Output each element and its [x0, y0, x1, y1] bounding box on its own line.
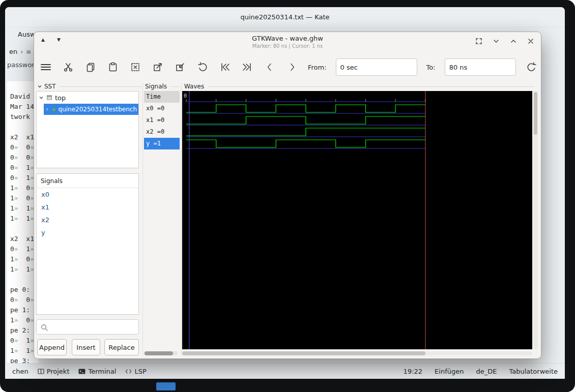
signal-row-y[interactable]: y =1: [144, 138, 180, 149]
statusbar-projekt-toggle[interactable]: Projekt: [38, 368, 70, 375]
cut-icon: [63, 62, 74, 73]
signals-hscrollbar[interactable]: [144, 351, 178, 355]
signal-row-x0[interactable]: x0 =0: [144, 103, 180, 114]
zoom-fit-icon: [130, 62, 141, 73]
close-icon: [526, 37, 535, 46]
wave-canvas[interactable]: 0: [182, 91, 532, 349]
scrollbar-thumb[interactable]: [145, 351, 173, 355]
paste-icon: [107, 62, 119, 73]
statusbar-lsp-label: LSP: [134, 368, 146, 375]
zoom-out-button[interactable]: [174, 59, 187, 75]
tree-item-testbench[interactable]: quine20250314testbench: [44, 104, 138, 115]
wave-svg[interactable]: 0: [182, 91, 532, 349]
frame-button[interactable]: [473, 35, 485, 47]
reload-button[interactable]: [525, 59, 538, 75]
next-edge-button[interactable]: [285, 59, 299, 75]
chevron-up-icon: [509, 37, 518, 46]
sst-signals-header: Signals: [37, 174, 138, 188]
statusbar-clock: 19:22: [404, 368, 422, 375]
undo-icon: [197, 62, 208, 73]
gtkwave-title: GTKWave - wave.ghw: [34, 35, 541, 42]
scroll-up-button[interactable]: ▲: [41, 37, 45, 42]
kate-statusbar: chen Projekt Terminal LSP 19:22 Einfügen…: [5, 363, 565, 379]
zoom-in-button[interactable]: [151, 59, 164, 75]
expander-right-icon: [45, 107, 49, 112]
code-icon: [125, 368, 132, 375]
chevron-down-icon: [492, 37, 501, 46]
kate-sidebar-item[interactable]: passwor: [7, 61, 35, 69]
statusbar-lsp-toggle[interactable]: LSP: [125, 368, 146, 375]
waves-vscrollbar[interactable]: [533, 91, 538, 349]
statusbar-tabwidth[interactable]: Tabulatorweite: [509, 368, 558, 375]
statusbar-terminal-toggle[interactable]: Terminal: [78, 368, 116, 375]
statusbar-input-mode[interactable]: Einfügen: [435, 368, 464, 375]
kate-menu-item[interactable]: Ausw: [18, 31, 36, 38]
paste-button[interactable]: [106, 59, 120, 75]
gtkwave-toolbar: From: To:: [34, 54, 541, 80]
kate-title: quine20250314.txt — Kate: [240, 13, 329, 21]
sst-search: [36, 319, 139, 335]
sst-frame-header[interactable]: SST: [37, 83, 142, 90]
undo-button[interactable]: [196, 59, 209, 75]
marker-cursor-status: Marker: 80 ns | Cursor: 1 ns: [34, 43, 541, 49]
signals-frame-header: Signals: [145, 83, 180, 90]
tree-item-top[interactable]: top: [37, 92, 138, 104]
sst-signals-box: Signals x0x1x2y: [36, 173, 139, 315]
taskbar-item[interactable]: [156, 382, 176, 390]
svg-text:0: 0: [184, 93, 187, 99]
jump-start-button[interactable]: [218, 59, 232, 75]
jump-end-icon: [242, 62, 253, 73]
paned-handle[interactable]: [181, 83, 182, 355]
waves-hscrollbar[interactable]: [182, 351, 532, 355]
copy-button[interactable]: [84, 59, 97, 75]
signals-label: Signals: [145, 83, 167, 90]
gtkwave-titlebar: GTKWave - wave.ghw Marker: 80 ns | Curso…: [34, 35, 541, 49]
shade-down-button[interactable]: [490, 35, 502, 47]
scrollbar-thumb[interactable]: [182, 351, 425, 355]
expander-down-icon: [39, 95, 44, 100]
waves-label: Waves: [184, 83, 204, 90]
kate-titlebar[interactable]: quine20250314.txt — Kate: [5, 7, 565, 27]
signal-name-rows: Timex0 =0x1 =0x2 =0y =1: [144, 91, 180, 149]
statusbar-search-toggle[interactable]: chen: [12, 368, 28, 375]
sst-tree: top quine20250314testbench: [36, 91, 139, 168]
globe-icon: [51, 106, 56, 113]
sst-signal-x0[interactable]: x0: [37, 188, 138, 201]
signal-row-x1[interactable]: x1 =0: [144, 114, 180, 126]
project-icon: [38, 368, 44, 375]
jump-end-button[interactable]: [241, 59, 254, 75]
scroll-down-button[interactable]: ▼: [57, 37, 61, 42]
sst-signal-y[interactable]: y: [37, 226, 138, 239]
reload-icon: [526, 62, 537, 73]
search-icon: [40, 323, 48, 331]
menu-icon: [40, 62, 52, 73]
menu-button[interactable]: [39, 59, 52, 75]
append-button[interactable]: Append: [37, 339, 67, 355]
to-field[interactable]: [445, 58, 516, 76]
insert-button[interactable]: Insert: [72, 339, 100, 355]
sidebar-text-fragment: en: [9, 48, 17, 55]
prev-edge-button[interactable]: [263, 59, 276, 75]
replace-button[interactable]: Replace: [104, 339, 139, 355]
waves-frame-header: Waves: [184, 83, 534, 90]
gtkwave-window: ▲ ▼ GTKWave - wave.ghw Marker: 80 ns | C…: [34, 32, 541, 359]
frame-icon: [474, 37, 483, 46]
sst-label: SST: [44, 83, 56, 90]
signal-row-time[interactable]: Time: [144, 91, 180, 103]
shade-up-button[interactable]: [507, 35, 520, 47]
chevron-left-icon: [264, 62, 275, 73]
cut-button[interactable]: [62, 59, 75, 75]
sst-signal-x1[interactable]: x1: [37, 201, 138, 214]
statusbar-locale[interactable]: de_DE: [476, 368, 497, 375]
close-button[interactable]: [525, 35, 537, 47]
to-label: To:: [426, 64, 436, 71]
from-field[interactable]: [336, 58, 417, 76]
signal-row-x2[interactable]: x2 =0: [144, 126, 180, 138]
zoom-out-icon: [175, 62, 186, 73]
zoom-fit-button[interactable]: [129, 59, 142, 75]
terminal-icon: [78, 368, 85, 375]
scrollbar-thumb[interactable]: [534, 92, 537, 135]
sst-search-input[interactable]: [50, 320, 136, 334]
sst-signal-x2[interactable]: x2: [37, 214, 138, 226]
paned-handle[interactable]: [142, 83, 143, 355]
